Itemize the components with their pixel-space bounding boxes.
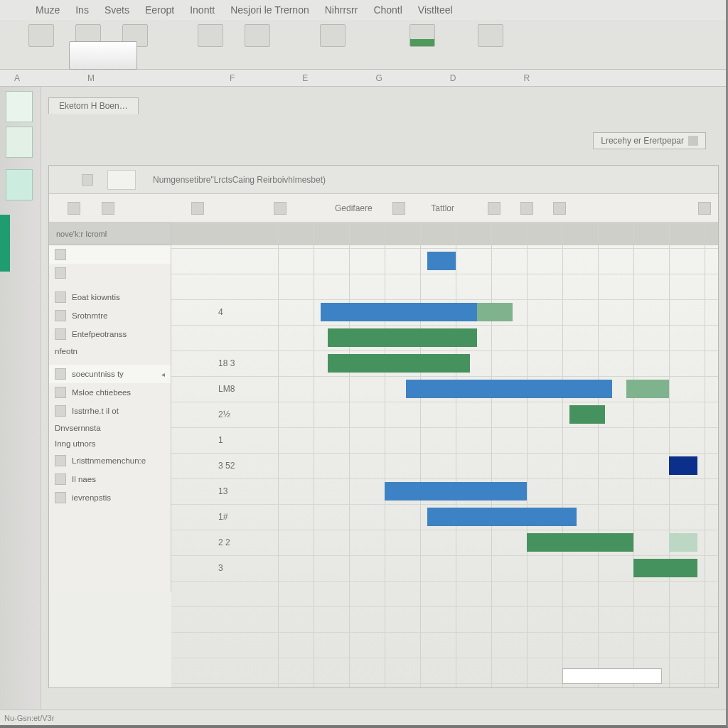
row-value [214, 325, 274, 350]
subbar-icon[interactable] [392, 202, 405, 215]
side-panel-item[interactable]: Entefpeotranss [49, 325, 171, 343]
item-icon [55, 492, 66, 503]
ribbon-icon[interactable] [198, 24, 223, 47]
thumbnail[interactable] [6, 169, 33, 200]
menu-item[interactable]: Muze [36, 4, 60, 16]
subbar-icon[interactable] [68, 202, 80, 215]
gantt-bar[interactable] [321, 303, 477, 321]
ribbon-icon[interactable] [320, 24, 346, 47]
col-letter: D [450, 73, 456, 83]
gantt-grid[interactable]: 4 18 3 LM8 2½ 1 3 52 13 1# 2 2 3 [171, 223, 718, 687]
col-letter: F [230, 73, 235, 83]
bottom-input[interactable] [562, 668, 662, 684]
side-panel-item[interactable]: Srotnmtre [49, 306, 171, 325]
subbar-col: Gedifaere [335, 203, 373, 213]
item-icon [55, 328, 66, 340]
gridline-v [420, 223, 421, 687]
gridline-h [171, 606, 718, 607]
app-window: Muze Ins Svets Eeropt Inontt Nesjori le … [0, 0, 728, 728]
row-value [214, 248, 274, 274]
gridline-v [527, 223, 528, 687]
gridline-h [171, 299, 718, 300]
menu-item[interactable]: Ins [75, 4, 89, 16]
ribbon-group [28, 24, 54, 47]
side-panel-item[interactable] [49, 264, 171, 282]
sheet-header-tab[interactable] [107, 170, 136, 190]
gantt-bar[interactable] [406, 380, 612, 398]
gantt-bar[interactable] [527, 533, 633, 552]
dropdown-icon [688, 136, 698, 146]
gantt-bar[interactable] [669, 456, 697, 475]
side-panel-item[interactable]: Isstrrhe.t il ot [49, 402, 171, 420]
thumbnail[interactable] [6, 91, 33, 122]
item-label: Entefpeotranss [72, 330, 127, 338]
ribbon-icon[interactable] [478, 24, 503, 47]
ribbon-highlight[interactable] [69, 41, 137, 70]
gantt-bar[interactable] [328, 328, 477, 347]
row-value: 13 [214, 478, 274, 504]
sheet-select-icon[interactable] [82, 174, 93, 186]
gridline-v [669, 223, 670, 687]
side-panel-item[interactable]: Il naes [49, 470, 171, 488]
right-btn-label: Lrecehy er Erertpepar [601, 136, 684, 146]
gridline-h [171, 350, 718, 351]
subbar-icon[interactable] [102, 202, 114, 215]
gantt-bar[interactable] [633, 559, 697, 577]
gridline-h [171, 376, 718, 377]
subbar-icon[interactable] [191, 202, 204, 215]
sheet-header: Numgensetibre"LrctsCaing Reirboivhlmesbe… [49, 166, 718, 194]
item-label: Eoat kiowntis [72, 293, 120, 301]
ribbon-icon[interactable] [245, 24, 270, 47]
item-icon [55, 310, 66, 321]
subbar-icon[interactable] [488, 202, 500, 215]
gantt-bar[interactable] [385, 482, 527, 500]
ribbon-icon[interactable] [410, 24, 435, 47]
gantt-bar[interactable] [427, 508, 577, 526]
gridline-h [171, 402, 718, 402]
menu-item[interactable]: Nesjori le Trernon [230, 4, 309, 16]
side-panel-item[interactable]: soecuntniss ty◂ [49, 365, 171, 383]
side-panel-item[interactable]: Lristtnmemenchun:e [49, 451, 171, 470]
gantt-bar[interactable] [669, 533, 697, 552]
thumbnail[interactable] [6, 127, 33, 158]
pin-icon[interactable]: ◂ [161, 370, 165, 378]
ribbon-group [410, 24, 435, 47]
item-label: Dnvsernnsta [55, 424, 101, 432]
menu-item[interactable]: Inontt [190, 4, 215, 16]
side-panel-item[interactable]: ievrenpstis [49, 488, 171, 507]
subbar-icon[interactable] [698, 202, 711, 215]
item-icon [55, 267, 66, 279]
menu-item[interactable]: Nihrrsrr [325, 4, 358, 16]
right-toolbar-button[interactable]: Lrecehy er Erertpepar [593, 132, 706, 149]
menu-item[interactable]: Vistlteel [418, 4, 453, 16]
side-panel-item[interactable]: Msloe chtiebees [49, 383, 171, 402]
subbar-icon[interactable] [553, 202, 566, 215]
gridline-v [385, 223, 385, 687]
gantt-bar[interactable] [626, 380, 669, 398]
row-value: 2½ [214, 402, 274, 427]
gantt-bar[interactable] [427, 252, 456, 270]
side-panel-item[interactable] [49, 245, 171, 264]
side-panel-item[interactable]: Dnvsernnsta [49, 420, 171, 436]
gridline-v [633, 223, 634, 687]
subbar-icon[interactable] [520, 202, 533, 215]
gantt-bar[interactable] [569, 405, 605, 424]
gantt-bar[interactable] [477, 303, 513, 321]
row-value [214, 274, 274, 299]
gantt-bar[interactable] [328, 354, 470, 373]
gridline-h [171, 581, 718, 582]
tab-main[interactable]: Eketorn H Boen… [48, 97, 139, 114]
side-panel-item[interactable]: nfeotn [49, 343, 171, 359]
row-value: 1 [214, 427, 274, 453]
strip-accent [0, 215, 10, 272]
menu-item[interactable]: Svets [105, 4, 129, 16]
subbar-icon[interactable] [274, 202, 287, 215]
row-value: 2 2 [214, 530, 274, 555]
ribbon-icon[interactable] [28, 24, 54, 47]
side-panel-item[interactable]: Eoat kiowntis [49, 288, 171, 306]
menu-item[interactable]: Chontl [373, 4, 402, 16]
menu-item[interactable]: Eeropt [145, 4, 174, 16]
side-panel-item[interactable]: Inng utnors [49, 436, 171, 451]
left-strip [0, 87, 41, 710]
item-icon [55, 249, 66, 260]
